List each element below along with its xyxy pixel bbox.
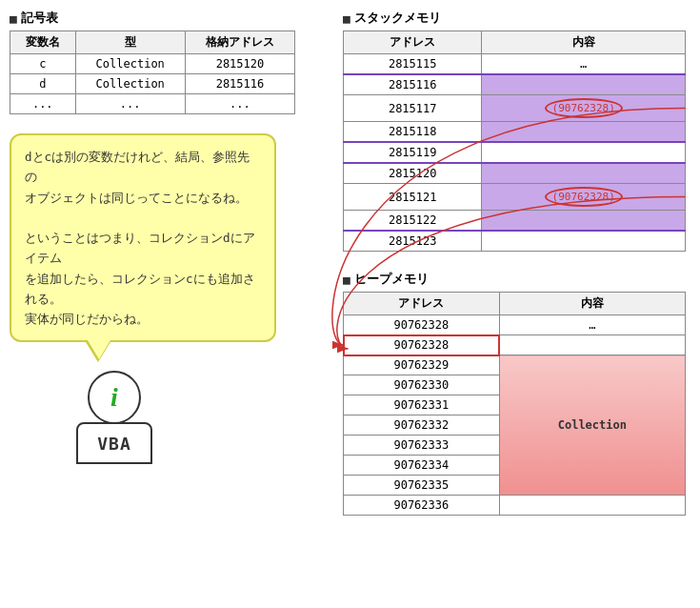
table-row: 2815115…	[344, 54, 686, 75]
table-cell: 2815120	[185, 54, 294, 74]
stack-memory-title: スタックメモリ	[343, 10, 686, 27]
stack-content-cell	[482, 163, 686, 184]
stack-content-cell	[482, 142, 686, 163]
table-row: 2815120	[344, 163, 686, 184]
stack-memory-section: スタックメモリ アドレス 内容 2815115…28151162815117(9…	[343, 10, 686, 252]
heap-memory-section: ヒープメモリ アドレス 内容 90762328…9076232890762329…	[343, 271, 686, 516]
table-row: 2815119	[344, 142, 686, 163]
heap-address-cell: 90762334	[344, 456, 500, 476]
heap-content-cell: …	[499, 315, 685, 335]
speech-bubble-container: dとcは別の変数だけれど、結局、参照先のオブジェクトは同じってことになるね。とい…	[10, 133, 295, 342]
table-row: 90762328…	[344, 315, 686, 335]
stack-col-address: アドレス	[344, 31, 482, 54]
bubble-text: dとcは別の変数だけれど、結局、参照先のオブジェクトは同じってことになるね。とい…	[25, 150, 255, 326]
heap-address-cell: 90762332	[344, 415, 500, 436]
table-row: 2815117(90762328)	[344, 95, 686, 122]
table-row: 2815116	[344, 74, 686, 95]
stack-content-cell	[482, 74, 686, 95]
vba-body: VBA	[76, 422, 152, 464]
stack-address-cell: 2815119	[344, 142, 482, 163]
col-header-varname: 変数名	[10, 31, 76, 54]
stack-address-cell: 2815122	[344, 211, 482, 232]
stack-address-cell: 2815120	[344, 163, 482, 184]
col-header-type: 型	[75, 31, 185, 54]
table-cell: 2815116	[185, 74, 294, 94]
heap-memory-table: アドレス 内容 90762328…9076232890762329Collect…	[343, 292, 686, 516]
vba-character: i VBA	[67, 371, 162, 464]
table-row: 90762329Collection	[344, 355, 686, 375]
oval-value: (90762328)	[545, 98, 623, 118]
heap-address-cell: 90762328	[344, 315, 500, 335]
stack-content-cell: …	[482, 54, 686, 75]
stack-address-cell: 2815116	[344, 74, 482, 95]
stack-content-cell	[482, 231, 686, 252]
heap-address-cell: 90762329	[344, 355, 500, 375]
table-cell: Collection	[75, 54, 185, 74]
left-panel: 記号表 変数名 型 格納アドレス cCollection2815120dColl…	[10, 10, 295, 464]
stack-memory-table: アドレス 内容 2815115…28151162815117(90762328)…	[343, 30, 686, 252]
table-row: 90762328	[344, 335, 686, 355]
heap-content-cell: Collection	[499, 355, 685, 496]
stack-address-cell: 2815123	[344, 231, 482, 252]
table-cell: c	[10, 54, 76, 74]
oval-value: (90762328)	[545, 187, 623, 207]
table-cell: Collection	[75, 74, 185, 94]
heap-address-cell: 90762336	[344, 496, 500, 516]
stack-content-cell: (90762328)	[482, 95, 686, 122]
heap-content-cell	[499, 496, 685, 516]
table-row: 90762336	[344, 496, 686, 516]
stack-address-cell: 2815115	[344, 54, 482, 75]
heap-address-cell: 90762333	[344, 436, 500, 456]
table-cell: d	[10, 74, 76, 94]
stack-content-cell	[482, 211, 686, 232]
right-panel: スタックメモリ アドレス 内容 2815115…28151162815117(9…	[343, 10, 686, 516]
stack-content-cell	[482, 122, 686, 143]
stack-address-cell: 2815121	[344, 184, 482, 211]
table-cell: ...	[185, 94, 294, 114]
symbol-table: 変数名 型 格納アドレス cCollection2815120dCollecti…	[10, 30, 295, 114]
heap-address-cell: 90762331	[344, 395, 500, 415]
table-row: 2815122	[344, 211, 686, 232]
heap-col-content: 内容	[499, 293, 685, 315]
heap-content-cell	[499, 335, 685, 355]
heap-address-cell: 90762335	[344, 476, 500, 496]
symbol-table-title: 記号表	[10, 10, 295, 27]
heap-address-cell: 90762328	[344, 335, 500, 355]
heap-address-cell: 90762330	[344, 375, 500, 395]
stack-content-cell: (90762328)	[482, 184, 686, 211]
stack-col-content: 内容	[482, 31, 686, 54]
heap-col-address: アドレス	[344, 293, 500, 315]
col-header-address: 格納アドレス	[185, 31, 294, 54]
table-cell: ...	[10, 94, 76, 114]
stack-address-cell: 2815118	[344, 122, 482, 143]
table-row: 2815118	[344, 122, 686, 143]
heap-memory-title: ヒープメモリ	[343, 271, 686, 288]
table-cell: ...	[75, 94, 185, 114]
stack-address-cell: 2815117	[344, 95, 482, 122]
vba-head: i	[88, 371, 141, 424]
speech-bubble: dとcは別の変数だけれど、結局、参照先のオブジェクトは同じってことになるね。とい…	[10, 133, 276, 342]
table-row: 2815121(90762328)	[344, 184, 686, 211]
table-row: 2815123	[344, 231, 686, 252]
